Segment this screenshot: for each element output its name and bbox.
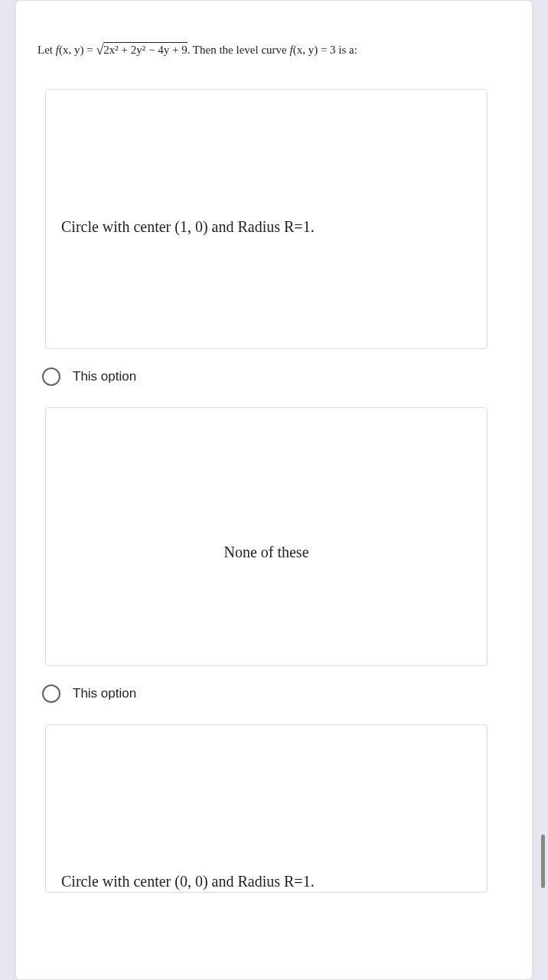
option-text-3: Circle with center (0, 0) and Radius R=1…	[61, 873, 471, 890]
option-row-1[interactable]: This option	[42, 368, 510, 386]
scrollbar-thumb[interactable]	[541, 835, 545, 888]
radio-label-2: This option	[73, 686, 136, 701]
option-row-2[interactable]: This option	[42, 684, 510, 703]
option-text-2: None of these	[61, 544, 471, 561]
radio-button-2[interactable]	[42, 684, 60, 703]
question-prefix: Let	[38, 44, 56, 56]
question-middle: . Then the level curve	[188, 44, 290, 56]
question-card: Let f(x, y) = √2x² + 2y² − 4y + 9. Then …	[15, 0, 533, 980]
radio-button-1[interactable]	[42, 368, 60, 386]
question-text: Let f(x, y) = √2x² + 2y² − 4y + 9. Then …	[38, 42, 510, 58]
radio-label-1: This option	[73, 369, 136, 384]
radical-symbol: √	[96, 42, 103, 57]
option-text-1: Circle with center (1, 0) and Radius R=1…	[61, 218, 471, 236]
option-image-2: None of these	[45, 407, 488, 666]
function-args-1: (x, y) =	[59, 44, 96, 56]
option-image-1: Circle with center (1, 0) and Radius R=1…	[45, 89, 488, 349]
sqrt-expression: √2x² + 2y² − 4y + 9	[96, 42, 187, 58]
function-args-2: (x, y) = 3	[293, 44, 336, 56]
question-suffix: is a:	[336, 44, 357, 56]
option-image-3: Circle with center (0, 0) and Radius R=1…	[45, 724, 488, 893]
radicand: 2x² + 2y² − 4y + 9	[103, 44, 187, 56]
